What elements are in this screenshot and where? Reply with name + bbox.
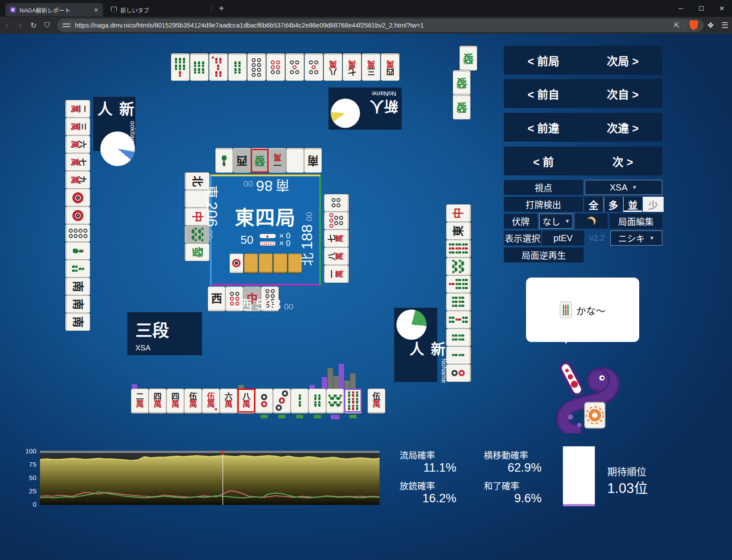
next-button[interactable]: 次 > [612,153,633,169]
naga-suggestion-bars [131,361,380,389]
tile-8p [66,224,90,242]
fusehai-select[interactable]: なし▼ [539,214,573,229]
tab-naga-report[interactable]: NAGA解析レポート ✕ [5,3,103,16]
next-button[interactable]: 次違 > [607,119,639,135]
prev-button[interactable]: < 前局 [527,52,559,68]
back-icon[interactable]: ‹ [0,21,14,30]
tile-3m: 三萬 [66,118,90,135]
menu-icon[interactable]: ☰ [721,20,728,30]
tile-4m[interactable]: 四萬 [166,389,184,413]
url-bar[interactable]: https://naga.dmv.nico/htmls/8015295b3541… [57,19,704,32]
display-select-label: 表示選択 [504,230,541,246]
tile-7p [324,212,348,230]
viewpoint-select[interactable]: XSA▼ [585,180,662,195]
toimen-inner-row: 西發一萬南 [215,149,322,173]
safety-tick [296,415,303,418]
fusehai-label: 伏牌 [504,214,538,229]
minimize-button[interactable]: ─ [671,0,691,17]
other-bar [238,385,244,389]
chevron-down-icon: ▼ [565,218,570,224]
score-west: 西50800 [222,294,311,314]
tile-8s [446,258,470,275]
tile-8s[interactable] [326,389,344,413]
dahai-option-2[interactable]: 多 [604,197,622,212]
tile-S: 南 [66,295,90,313]
tile-C: 中 [446,204,470,222]
next-button[interactable]: 次局 > [607,52,639,68]
tab-close-icon[interactable]: ✕ [94,7,99,13]
tile-2p[interactable] [255,389,273,413]
prev-button[interactable]: < 前 [533,153,554,169]
tile-4m: 四萬 [381,54,400,81]
expected-rank-label: 期待順位 [607,464,646,478]
tile-7m: 七萬 [66,153,90,171]
tile-3p[interactable] [273,389,291,413]
naga-comment-text: かな〜 [576,303,605,317]
rank-pie-shimocha [396,310,427,340]
stat-label: 流局確率 [400,449,435,461]
shield-favicon-icon [111,7,117,13]
ptev-button[interactable]: ptEV [542,230,584,246]
prev-button[interactable]: < 前自 [527,86,559,102]
tile-4s [446,329,470,346]
brave-shield-icon[interactable] [689,20,698,30]
share-icon[interactable]: ⇱ [674,21,680,30]
prev-button[interactable]: < 前違 [527,119,559,135]
url-text[interactable]: https://naga.dmv.nico/htmls/8015295b3541… [75,22,671,29]
tile-back [259,254,273,272]
tile-back [273,254,287,272]
toimen-meld-green-dragons: 發發發 [453,47,477,119]
reverse-play-button[interactable]: 局面逆再生 [504,247,584,262]
tile-5m: 伍萬 [368,389,385,413]
win-probability-chart[interactable] [40,451,380,505]
browser-toolbar: ‹ › ↻ ⛉ https://naga.dmv.nico/htmls/8015… [0,17,732,34]
tile-E: 東 [446,222,470,240]
tile-4m[interactable]: 四萬 [149,389,166,413]
tile-S: 南 [66,278,90,295]
tile-8m: 八萬 [324,247,348,265]
tile-6m[interactable]: 六萬 [220,389,237,413]
tile-4s[interactable] [309,389,326,413]
site-settings-icon[interactable] [63,23,71,28]
board-edit-button[interactable]: 局面編集 [609,214,662,229]
dahai-option-3[interactable]: 並 [623,197,642,212]
tile-1s [215,149,233,173]
dahai-option-4[interactable]: 少 [643,197,664,212]
tab-divider [211,4,212,12]
safety-tick [331,415,340,419]
reload-icon[interactable]: ↻ [27,21,40,30]
naga-favicon-icon [10,7,16,13]
tile-9s[interactable] [344,389,362,413]
dahai-option-1[interactable]: 全 [584,197,603,212]
safety-tick [261,415,268,418]
close-button[interactable]: ✕ [712,0,732,17]
tile-8m[interactable]: 八萬 [237,389,255,413]
tile-8p [247,54,266,81]
tile-1p [66,207,90,224]
maximize-button[interactable]: ☐ [691,0,712,17]
tile-5p [305,54,323,81]
tile-1s [66,242,90,260]
tile-back [244,254,258,272]
night-mode-button[interactable] [575,214,608,229]
new-tab-button[interactable]: + [214,4,229,14]
tile-F: 發 [453,95,471,119]
tab-new[interactable]: 新しいタブ [107,3,209,16]
tile-6s [190,54,209,81]
rank-pie-toimen [331,99,360,128]
next-button[interactable]: 次自 > [607,86,639,102]
rank-distribution-bar [563,446,595,506]
tile-5m[interactable]: 伍萬 [184,389,202,413]
model-select[interactable]: ニシキ▼ [610,230,662,246]
naga-bar [132,384,137,389]
naga-mascot [553,360,624,433]
tile-3s [66,260,90,278]
tile-2m[interactable]: 二萬 [131,389,149,413]
stat-value: 62.9% [479,461,542,475]
tile-0m[interactable]: 伍萬 [202,389,220,413]
tile-2s[interactable] [291,389,309,413]
extensions-icon[interactable]: ❖ [707,20,714,30]
bookmark-icon[interactable]: ⛉ [40,21,54,30]
forward-icon[interactable]: › [14,21,27,30]
stat-value: 11.1% [394,461,456,475]
